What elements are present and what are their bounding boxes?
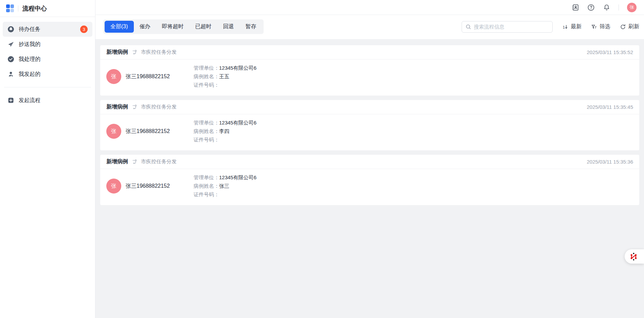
sidebar-item-initiated-by-me[interactable]: 我发起的 <box>3 67 92 82</box>
sidebar-item-label: 抄送我的 <box>19 41 40 48</box>
task-card-header: 新增病例 市疾控任务分发 2025/03/11 15:35:36 <box>100 155 639 169</box>
filter-label: 筛选 <box>600 23 610 30</box>
sidebar-item-todo-tasks[interactable]: 待办任务 3 <box>3 22 92 37</box>
task-field-row: 病例姓名：王五 <box>194 73 256 80</box>
task-timestamp: 2025/03/11 15:35:45 <box>587 104 633 110</box>
search-input[interactable] <box>474 24 549 30</box>
network-icon <box>629 252 638 261</box>
sidebar: 流程中心 待办任务 3 抄送我的 我处理的 我发起的 发起流程 <box>0 0 95 318</box>
flow-icon <box>132 104 137 110</box>
app-logo <box>6 4 14 12</box>
task-avatar: 张 <box>106 179 121 194</box>
task-flow-name: 市疾控任务分发 <box>141 49 177 55</box>
task-avatar: 张 <box>106 69 121 84</box>
bell-icon[interactable] <box>603 4 610 11</box>
sidebar-header: 流程中心 <box>0 0 95 17</box>
logo-divider <box>18 5 18 12</box>
task-fields: 管理单位：12345有限公司6 病例姓名：张三 证件号码： <box>194 174 256 198</box>
filter-icon <box>591 24 597 30</box>
task-title: 新增病例 <box>106 158 128 165</box>
sidebar-item-label: 待办任务 <box>19 26 40 33</box>
task-field-row: 管理单位：12345有限公司6 <box>194 119 256 126</box>
sidebar-item-label: 我发起的 <box>19 71 40 78</box>
tab-draft[interactable]: 暂存 <box>240 21 262 33</box>
field-label: 病例姓名： <box>194 128 219 134</box>
sidebar-item-label: 我处理的 <box>19 56 40 63</box>
task-field-row: 病例姓名：李四 <box>194 128 256 135</box>
task-title: 新增病例 <box>106 49 128 56</box>
field-value: 张三 <box>219 183 229 189</box>
task-flow-name: 市疾控任务分发 <box>141 104 177 110</box>
user-avatar[interactable]: 张 <box>627 3 637 12</box>
sidebar-item-cc-to-me[interactable]: 抄送我的 <box>3 37 92 52</box>
field-label: 管理单位： <box>194 174 219 180</box>
task-flow-name: 市疾控任务分发 <box>141 158 177 165</box>
task-filter-tabs: 全部(3) 催办 即将超时 已超时 回退 暂存 <box>103 19 264 34</box>
refresh-icon <box>620 24 626 30</box>
bell-circle-icon <box>7 26 14 33</box>
tab-about-to-timeout[interactable]: 即将超时 <box>156 21 190 33</box>
task-card[interactable]: 新增病例 市疾控任务分发 2025/03/11 15:35:36 张 张三196… <box>100 155 639 205</box>
sidebar-item-handled-by-me[interactable]: 我处理的 <box>3 52 92 67</box>
task-card-body: 张 张三19688822152 管理单位：12345有限公司6 病例姓名：王五 … <box>100 60 639 96</box>
topbar-divider <box>619 4 619 11</box>
plus-square-icon <box>7 97 14 104</box>
floating-widget-button[interactable] <box>625 249 644 264</box>
field-label: 证件号码： <box>194 191 219 197</box>
task-card-body: 张 张三19688822152 管理单位：12345有限公司6 病例姓名：李四 … <box>100 114 639 150</box>
tab-urge[interactable]: 催办 <box>134 21 156 33</box>
help-icon[interactable] <box>587 4 595 11</box>
task-field-row: 证件号码： <box>194 136 256 143</box>
task-initiator-name: 张三19688822152 <box>126 183 194 190</box>
tab-all[interactable]: 全部(3) <box>105 21 134 33</box>
main-area: 张 全部(3) 催办 即将超时 已超时 回退 暂存 1 最新 筛选 <box>95 0 644 318</box>
field-label: 管理单位： <box>194 120 219 125</box>
task-initiator-name: 张三19688822152 <box>126 73 194 80</box>
sidebar-nav-secondary: 发起流程 <box>0 93 95 108</box>
tab-returned[interactable]: 回退 <box>217 21 240 33</box>
flow-icon <box>132 159 137 165</box>
task-title: 新增病例 <box>106 103 128 111</box>
refresh-label: 刷新 <box>628 23 639 30</box>
task-timestamp: 2025/03/11 15:35:52 <box>587 49 633 55</box>
field-label: 证件号码： <box>194 82 219 88</box>
todo-count-badge: 3 <box>80 26 88 33</box>
filter-button[interactable]: 筛选 <box>591 23 610 30</box>
task-field-row: 证件号码： <box>194 82 256 88</box>
task-fields: 管理单位：12345有限公司6 病例姓名：李四 证件号码： <box>194 119 256 143</box>
sidebar-item-start-process[interactable]: 发起流程 <box>3 93 92 108</box>
tab-timed-out[interactable]: 已超时 <box>190 21 217 33</box>
task-fields: 管理单位：12345有限公司6 病例姓名：王五 证件号码： <box>194 65 256 88</box>
field-value: 12345有限公司6 <box>219 65 256 71</box>
field-label: 病例姓名： <box>194 183 219 189</box>
field-label: 管理单位： <box>194 65 219 71</box>
sidebar-item-label: 发起流程 <box>19 97 40 104</box>
search-box <box>462 21 553 33</box>
user-icon <box>7 71 14 78</box>
send-icon <box>7 41 14 48</box>
topbar: 张 <box>95 0 644 15</box>
check-circle-icon <box>7 56 14 63</box>
task-card[interactable]: 新增病例 市疾控任务分发 2025/03/11 15:35:52 张 张三196… <box>100 45 639 96</box>
task-field-row: 管理单位：12345有限公司6 <box>194 174 256 181</box>
sidebar-divider <box>4 87 91 87</box>
sort-newest-button[interactable]: 1 最新 <box>562 23 582 30</box>
task-card-body: 张 张三19688822152 管理单位：12345有限公司6 病例姓名：张三 … <box>100 169 639 205</box>
search-icon <box>466 24 471 30</box>
sort-label: 最新 <box>571 23 582 30</box>
task-card[interactable]: 新增病例 市疾控任务分发 2025/03/11 15:35:45 张 张三196… <box>100 100 639 150</box>
toolbar: 全部(3) 催办 即将超时 已超时 回退 暂存 1 最新 筛选 刷新 <box>95 15 644 39</box>
task-timestamp: 2025/03/11 15:35:36 <box>587 159 633 165</box>
field-value: 12345有限公司6 <box>219 120 256 125</box>
contacts-icon[interactable] <box>572 4 579 11</box>
field-label: 证件号码： <box>194 137 219 143</box>
field-value: 12345有限公司6 <box>219 174 256 180</box>
task-initiator-name: 张三19688822152 <box>126 128 194 135</box>
task-avatar: 张 <box>106 124 121 139</box>
task-field-row: 管理单位：12345有限公司6 <box>194 65 256 71</box>
refresh-button[interactable]: 刷新 <box>620 23 639 30</box>
task-field-row: 病例姓名：张三 <box>194 183 256 189</box>
task-field-row: 证件号码： <box>194 191 256 198</box>
task-card-header: 新增病例 市疾控任务分发 2025/03/11 15:35:52 <box>100 45 639 60</box>
sort-icon: 1 <box>562 24 568 30</box>
